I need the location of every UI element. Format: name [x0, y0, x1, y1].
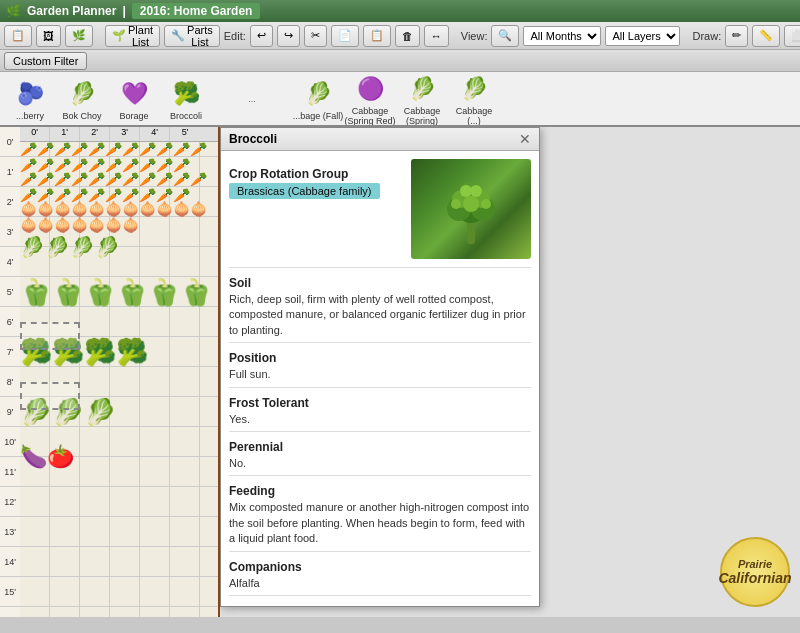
copy-btn[interactable]: 📄 — [331, 25, 359, 47]
plant-item-2[interactable]: 💜 Borage — [108, 76, 160, 122]
content-area: 0' 1' 2' 3' 4' 5' 6' 7' 8' 9' 10' 11' 12… — [0, 127, 800, 617]
plant-item-0[interactable]: 🫐 ...berry — [4, 76, 56, 122]
popup-text-col: Crop Rotation Group Brassicas (Cabbage f… — [229, 159, 403, 259]
plant-icon-5: 🟣 — [352, 72, 388, 107]
row-label-4: 4' — [0, 247, 20, 277]
row-label-7: 7' — [0, 337, 20, 367]
plant-icon-6: 🥬 — [404, 72, 440, 107]
zoom-btn[interactable]: 🔍 — [491, 25, 519, 47]
plant-row-3: 🥬🥬🥬🥬 — [20, 232, 120, 262]
title-bar: 🌿 Garden Planner | 2016: Home Garden — [0, 0, 800, 22]
watermark-badge: Prairie Californian — [720, 537, 790, 607]
companions-title: Companions — [229, 560, 531, 574]
garden-name: 2016: Home Garden — [132, 3, 261, 19]
plant-pepper-row4: 🫑🫑🫑🫑🫑🫑 — [20, 277, 212, 308]
row-label-0: 0' — [0, 127, 20, 157]
plant-item-1[interactable]: 🥬 Bok Choy — [56, 76, 108, 122]
delete-btn[interactable]: 🗑 — [395, 25, 420, 47]
custom-filter-btn[interactable]: Custom Filter — [4, 52, 87, 70]
perennial-title: Perennial — [229, 440, 531, 454]
plant-item-3[interactable]: 🥦 Broccoli — [160, 76, 212, 122]
popup-close-btn[interactable]: ✕ — [519, 132, 531, 146]
row-label-6: 6' — [0, 307, 20, 337]
frost-title: Frost Tolerant — [229, 396, 531, 410]
popup-content: Crop Rotation Group Brassicas (Cabbage f… — [221, 151, 539, 607]
app-icon: 🌿 — [6, 4, 21, 18]
plant-name-5: Cabbage (Spring Red) — [344, 107, 396, 127]
plant-name-4: ...bage (Fall) — [293, 112, 344, 122]
plant-row-4: 🫑🫑🫑🫑🫑🫑 — [20, 262, 212, 322]
pencil-btn[interactable]: ✏ — [725, 25, 748, 47]
app-name: Garden Planner — [27, 4, 116, 18]
main-toolbar: 📋 🖼 🌿 🌱 Plant List 🔧 Parts List Edit: ↩ … — [0, 22, 800, 50]
view-label: View: — [461, 30, 488, 42]
feeding-title: Feeding — [229, 484, 531, 498]
line-btn[interactable]: 📏 — [752, 25, 780, 47]
row-label-15: 15' — [0, 577, 20, 607]
icon-btn-3[interactable]: 🌿 — [65, 25, 93, 47]
row-label-11: 11' — [0, 457, 20, 487]
plant-row-1: 🥕🥕🥕🥕🥕🥕🥕🥕🥕🥕🥕🥕🥕🥕🥕🥕🥕🥕🥕🥕🥕 — [20, 172, 218, 202]
cut-btn[interactable]: ✂ — [304, 25, 327, 47]
row-label-9: 9' — [0, 397, 20, 427]
layers-select[interactable]: All Layers — [605, 26, 680, 46]
rect-btn[interactable]: ⬜ — [784, 25, 800, 47]
plant-item-7[interactable]: 🥬 Cabbage (...) — [448, 72, 500, 126]
plant-item-4[interactable]: 🥬 ...bage (Fall) — [292, 76, 344, 122]
row-label-1: 1' — [0, 157, 20, 187]
popup-header: Broccoli ✕ — [221, 128, 539, 151]
position-title: Position — [229, 351, 531, 365]
plant-row-7: 🍆 🍅 — [20, 442, 74, 472]
plant-eggplant: 🍆 — [20, 444, 47, 470]
soil-title: Soil — [229, 276, 531, 290]
broccoli-photo — [411, 159, 531, 259]
svg-point-10 — [451, 199, 461, 209]
plant-carrot-row1: 🥕🥕🥕🥕🥕🥕🥕🥕🥕🥕🥕🥕🥕🥕🥕🥕🥕🥕🥕🥕🥕 — [20, 171, 218, 203]
row-label-13: 13' — [0, 517, 20, 547]
plant-row-0: 🥕🥕🥕🥕🥕🥕🥕🥕🥕🥕🥕🥕🥕🥕🥕🥕🥕🥕🥕🥕🥕 — [20, 142, 218, 172]
watermark: Prairie Californian — [720, 537, 790, 607]
row-label-16: 16' — [0, 607, 20, 617]
redo-btn[interactable]: ↪ — [277, 25, 300, 47]
row-label-5: 5' — [0, 277, 20, 307]
garden-grid-inner[interactable]: 0' 1' 2' 3' 4' 5' 🥕🥕🥕🥕🥕🥕🥕🥕🥕🥕🥕🥕🥕🥕🥕🥕🥕🥕🥕🥕🥕 … — [20, 127, 218, 617]
months-select[interactable]: All Months — [523, 26, 601, 46]
plant-list-btn[interactable]: 🌱 Plant List — [105, 25, 160, 47]
edit-label: Edit: — [224, 30, 246, 42]
undo-btn[interactable]: ↩ — [250, 25, 273, 47]
broccoli-svg — [431, 169, 511, 249]
parts-list-btn[interactable]: 🔧 Parts List — [164, 25, 220, 47]
plant-icon-3: 🥦 — [168, 76, 204, 112]
flip-btn[interactable]: ↔ — [424, 25, 449, 47]
companions-content: Alfalfa — [229, 576, 531, 591]
plant-icon-4: 🥬 — [300, 76, 336, 112]
row-label-14: 14' — [0, 547, 20, 577]
plant-tomato: 🍅 — [47, 444, 74, 470]
position-content: Full sun. — [229, 367, 531, 382]
plant-name-1: Bok Choy — [62, 112, 101, 122]
paste-btn[interactable]: 📋 — [363, 25, 391, 47]
popup-top-section: Crop Rotation Group Brassicas (Cabbage f… — [229, 159, 531, 259]
crop-rotation-badge: Brassicas (Cabbage family) — [229, 183, 380, 199]
icon-btn-2[interactable]: 🖼 — [36, 25, 61, 47]
popup-image-col — [411, 159, 531, 259]
row-label-2: 2' — [0, 187, 20, 217]
plant-item-6[interactable]: 🥬 Cabbage (Spring) — [396, 72, 448, 126]
broccoli-popup: Broccoli ✕ Crop Rotation Group Brassicas… — [220, 127, 540, 607]
popup-title: Broccoli — [229, 132, 277, 146]
icon-btn-1[interactable]: 📋 — [4, 25, 32, 47]
info-panel-wrapper: Broccoli ✕ Crop Rotation Group Brassicas… — [220, 127, 800, 617]
plant-name-7: Cabbage (...) — [448, 107, 500, 127]
plant-icon-1: 🥬 — [64, 76, 100, 112]
frost-content: Yes. — [229, 412, 531, 427]
svg-point-9 — [470, 185, 482, 197]
plant-name-0: ...berry — [16, 112, 44, 122]
row-labels: 0' 1' 2' 3' 4' 5' 6' 7' 8' 9' 10' 11' 12… — [0, 127, 20, 617]
crop-rotation-title: Crop Rotation Group — [229, 167, 403, 181]
plant-lettuce-row3: 🥬🥬🥬🥬 — [20, 235, 120, 259]
plant-icon-7: 🥬 — [456, 72, 492, 107]
plant-item-5[interactable]: 🟣 Cabbage (Spring Red) — [344, 72, 396, 126]
row-label-10: 10' — [0, 427, 20, 457]
watermark-line2: Californian — [718, 570, 791, 586]
row-label-12: 12' — [0, 487, 20, 517]
